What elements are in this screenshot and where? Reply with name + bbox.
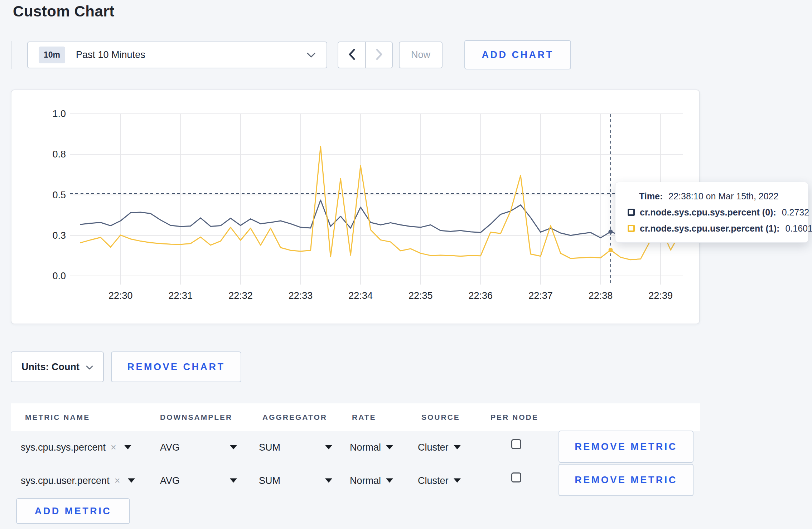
metric-row: sys.cpu.user.percent × AVG SUM Normal Cl… <box>11 464 700 497</box>
caret-down-icon <box>230 445 237 450</box>
metric-row: sys.cpu.sys.percent × AVG SUM Normal Clu… <box>11 431 700 464</box>
prev-time-button[interactable] <box>338 42 365 68</box>
downsampler-value: AVG <box>160 475 180 486</box>
aggregator-value: SUM <box>259 442 280 453</box>
tooltip-series-label: cr.node.sys.cpu.sys.percent (0): <box>640 207 776 218</box>
caret-down-icon <box>128 479 135 483</box>
rate-value: Normal <box>350 442 381 453</box>
svg-text:22:39: 22:39 <box>648 290 673 301</box>
tooltip-series-value: 0.1601 <box>785 223 812 234</box>
svg-text:22:35: 22:35 <box>409 290 433 301</box>
caret-down-icon <box>454 445 461 450</box>
tooltip-series-value: 0.2732 <box>782 207 809 218</box>
metrics-table-header: METRIC NAME DOWNSAMPLER AGGREGATOR RATE … <box>11 403 700 431</box>
svg-text:22:36: 22:36 <box>469 290 493 301</box>
remove-tag-icon[interactable]: × <box>111 442 116 453</box>
chart-tooltip: Time: 22:38:10 on Mar 15th, 2022 cr.node… <box>615 182 808 243</box>
units-select-label: Units: Count <box>21 361 79 373</box>
source-select[interactable]: Cluster <box>418 475 461 486</box>
rate-select[interactable]: Normal <box>350 475 393 486</box>
caret-down-icon <box>454 479 461 483</box>
tooltip-time-value: 22:38:10 on Mar 15th, 2022 <box>668 191 778 202</box>
caret-down-icon <box>230 479 237 483</box>
col-header-downsampler: DOWNSAMPLER <box>160 413 232 422</box>
caret-down-icon <box>124 445 131 450</box>
time-range-label: Past 10 Minutes <box>76 49 306 60</box>
svg-text:22:31: 22:31 <box>169 290 193 301</box>
time-range-select[interactable]: 10m Past 10 Minutes <box>27 42 327 68</box>
chart-card: 0.00.30.50.81.022:3022:3122:3222:3322:34… <box>11 89 700 324</box>
units-select[interactable]: Units: Count <box>11 351 104 382</box>
chevron-right-icon <box>375 49 383 61</box>
remove-metric-button[interactable]: REMOVE METRIC <box>559 431 693 463</box>
aggregator-value: SUM <box>259 475 280 486</box>
time-pager <box>338 42 393 68</box>
aggregator-select[interactable]: SUM <box>259 475 332 486</box>
chevron-down-icon <box>86 361 93 373</box>
source-value: Cluster <box>418 475 449 486</box>
downsampler-value: AVG <box>160 442 180 453</box>
source-select[interactable]: Cluster <box>418 442 461 453</box>
cpu-usage-chart[interactable]: 0.00.30.50.81.022:3022:3122:3222:3322:34… <box>11 90 699 324</box>
caret-down-icon <box>325 445 332 450</box>
tooltip-time-label: Time: <box>639 191 663 202</box>
metric-name-value: sys.cpu.sys.percent <box>21 442 106 453</box>
svg-text:22:37: 22:37 <box>528 290 553 301</box>
time-range-badge: 10m <box>39 47 65 63</box>
rate-select[interactable]: Normal <box>350 442 393 453</box>
custom-chart-page: Custom Chart 10m Past 10 Minutes Now ADD… <box>0 0 812 529</box>
remove-tag-icon[interactable]: × <box>115 475 120 486</box>
next-time-button[interactable] <box>365 42 392 68</box>
caret-down-icon <box>386 445 393 450</box>
chevron-left-icon <box>348 49 356 61</box>
user-series-swatch-icon <box>628 225 635 232</box>
svg-text:0.3: 0.3 <box>52 230 66 241</box>
svg-text:22:38: 22:38 <box>589 290 613 301</box>
page-title: Custom Chart <box>13 3 115 20</box>
downsampler-select[interactable]: AVG <box>160 442 237 453</box>
svg-text:22:30: 22:30 <box>108 290 133 301</box>
toolbar-divider <box>11 41 11 69</box>
svg-text:22:34: 22:34 <box>348 290 373 301</box>
caret-down-icon <box>386 479 393 483</box>
metric-name-select[interactable]: sys.cpu.user.percent × <box>21 475 135 486</box>
tooltip-series-row: cr.node.sys.cpu.user.percent (1): 0.1601 <box>628 223 801 234</box>
svg-text:0.8: 0.8 <box>52 149 66 160</box>
svg-text:0.0: 0.0 <box>52 271 66 281</box>
svg-text:0.5: 0.5 <box>52 190 66 200</box>
metric-name-value: sys.cpu.user.percent <box>21 475 110 486</box>
now-button[interactable]: Now <box>399 42 443 68</box>
now-button-label: Now <box>411 49 430 60</box>
metric-name-select[interactable]: sys.cpu.sys.percent × <box>21 442 131 453</box>
aggregator-select[interactable]: SUM <box>259 442 332 453</box>
chevron-down-icon <box>306 52 316 58</box>
add-metric-button[interactable]: ADD METRIC <box>16 498 130 524</box>
svg-text:22:32: 22:32 <box>228 290 253 301</box>
col-header-per-node: PER NODE <box>490 413 538 422</box>
remove-chart-button[interactable]: REMOVE CHART <box>111 351 241 382</box>
add-chart-button[interactable]: ADD CHART <box>464 40 571 69</box>
sys-series-swatch-icon <box>628 209 635 216</box>
col-header-source: SOURCE <box>421 413 460 422</box>
col-header-aggregator: AGGREGATOR <box>262 413 327 422</box>
remove-metric-button[interactable]: REMOVE METRIC <box>559 464 693 496</box>
per-node-checkbox[interactable] <box>511 439 521 449</box>
per-node-checkbox[interactable] <box>511 472 521 482</box>
col-header-metric-name: METRIC NAME <box>25 413 90 422</box>
tooltip-series-label: cr.node.sys.cpu.user.percent (1): <box>640 223 779 234</box>
tooltip-series-row: cr.node.sys.cpu.sys.percent (0): 0.2732 <box>628 207 801 218</box>
rate-value: Normal <box>350 475 381 486</box>
col-header-rate: RATE <box>352 413 376 422</box>
tooltip-time-row: Time: 22:38:10 on Mar 15th, 2022 <box>628 191 801 202</box>
caret-down-icon <box>325 479 332 483</box>
svg-text:22:33: 22:33 <box>289 290 313 301</box>
source-value: Cluster <box>418 442 449 453</box>
downsampler-select[interactable]: AVG <box>160 475 237 486</box>
svg-text:1.0: 1.0 <box>52 108 66 119</box>
